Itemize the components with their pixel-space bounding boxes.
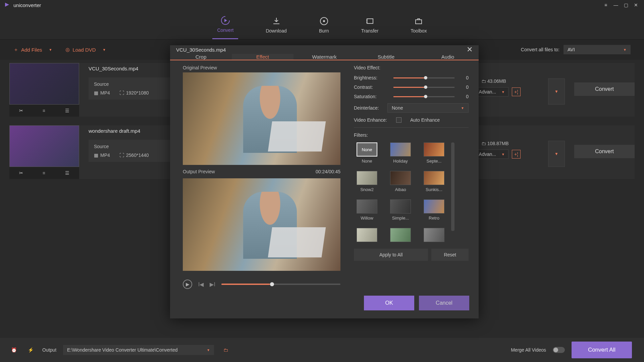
maximize-icon[interactable]: ▢	[622, 1, 630, 9]
hamburger-icon[interactable]: ≡	[602, 1, 610, 9]
filter-aibao[interactable]: Aibao	[387, 171, 414, 192]
crop-icon[interactable]: ⌗	[43, 170, 45, 176]
filter-swatch	[424, 199, 444, 214]
close-window-icon[interactable]: ✕	[632, 1, 640, 9]
row-format-dropdown[interactable]: ▼	[548, 141, 565, 167]
ok-button[interactable]: OK	[364, 296, 414, 310]
next-frame-button[interactable]: ▶I	[210, 281, 215, 288]
plus-icon: ＋	[13, 47, 18, 53]
codec: MP4	[100, 90, 110, 96]
title-bar: uniconverter ≡ — ▢ ✕	[0, 0, 644, 10]
add-subtitle-button[interactable]: +¦	[512, 150, 521, 159]
filter-none[interactable]: NoneNone	[354, 142, 380, 164]
brightness-label: Brightness:	[354, 75, 387, 80]
tab-label: Effect	[256, 54, 269, 60]
filter-item[interactable]	[421, 228, 447, 244]
playback-controls: ▶ I◀ ▶I	[183, 275, 340, 289]
format-value: AVI	[568, 47, 575, 52]
convert-button[interactable]: Convert	[574, 82, 635, 96]
output-label: Output	[42, 347, 56, 353]
prev-frame-button[interactable]: I◀	[198, 281, 204, 288]
deinterlace-dropdown[interactable]: None ▼	[387, 103, 469, 113]
nav-convert[interactable]: Convert	[212, 10, 238, 39]
tab-crop[interactable]: Crop	[170, 54, 232, 60]
filter-name: Aibao	[387, 187, 414, 192]
nav-transfer[interactable]: Transfer	[357, 10, 383, 39]
filter-willow[interactable]: Willow	[354, 199, 380, 221]
schedule-icon[interactable]: ⏰	[9, 345, 19, 355]
load-dvd-button[interactable]: ◎ Load DVD ▼	[65, 47, 106, 53]
video-thumbnail[interactable]	[9, 125, 79, 167]
row-format-dropdown[interactable]: ▼	[548, 78, 565, 105]
chevron-down-icon: ▼	[554, 89, 558, 94]
output-path-dropdown[interactable]: E:\Wondershare Video Converter Ultimate\…	[63, 345, 214, 355]
add-files-button[interactable]: ＋ Add Files ▼	[13, 47, 52, 53]
close-icon[interactable]: ✕	[467, 45, 473, 54]
nav-burn[interactable]: Burn	[314, 10, 334, 39]
settings-icon[interactable]: ☰	[65, 170, 69, 176]
tab-effect[interactable]: Effect	[232, 54, 293, 60]
filter-item[interactable]	[387, 228, 414, 244]
settings-icon[interactable]: ☰	[65, 108, 69, 113]
crop-icon[interactable]: ⌗	[43, 108, 45, 114]
dialog-titlebar: VCU_30Seconds.mp4 ✕	[170, 45, 479, 54]
toolbox-icon	[414, 16, 424, 26]
svg-rect-5	[367, 19, 373, 23]
reset-label: Reset	[444, 252, 456, 257]
auto-enhance-checkbox[interactable]	[396, 117, 401, 123]
filter-holiday[interactable]: Holiday	[387, 142, 414, 164]
cancel-button[interactable]: Cancel	[419, 296, 469, 310]
brightness-value: 0	[461, 75, 469, 80]
tab-audio[interactable]: Audio	[417, 54, 479, 60]
add-subtitle-button[interactable]: +¦	[512, 87, 521, 96]
saturation-slider[interactable]	[393, 96, 454, 97]
deinterlace-value: None	[392, 105, 403, 111]
filter-swatch	[357, 171, 377, 185]
convert-all-button[interactable]: Convert All	[572, 342, 632, 358]
gpu-accel-icon[interactable]: ⚡	[25, 345, 36, 355]
saturation-value: 0	[461, 94, 469, 99]
cut-icon[interactable]: ✂	[19, 170, 23, 176]
dialog-footer: OK Cancel	[170, 289, 479, 318]
filter-sunkissed[interactable]: Sunkis...	[421, 171, 447, 192]
tab-watermark[interactable]: Watermark	[293, 54, 355, 60]
minimize-icon[interactable]: —	[612, 1, 620, 9]
contrast-slider[interactable]	[393, 87, 454, 88]
video-thumbnail[interactable]	[9, 63, 79, 105]
nav-download[interactable]: Download	[261, 10, 291, 39]
convert-label: Convert	[595, 148, 614, 155]
apply-to-all-button[interactable]: Apply to All	[354, 249, 428, 261]
cut-icon[interactable]: ✂	[19, 108, 23, 113]
svg-marker-0	[5, 3, 9, 7]
nav-toolbox[interactable]: Toolbox	[406, 10, 431, 39]
merge-toggle[interactable]	[553, 347, 565, 353]
apply-label: Apply to All	[379, 252, 402, 257]
filter-swatch	[390, 142, 411, 157]
output-preview-label: Output Preview	[183, 169, 215, 174]
filter-scrollbar[interactable]	[451, 142, 454, 231]
convert-all-label: Convert All	[588, 347, 615, 353]
tab-subtitle[interactable]: Subtitle	[355, 54, 417, 60]
play-button[interactable]: ▶	[183, 280, 192, 289]
filter-september[interactable]: Septe...	[421, 142, 447, 164]
convert-label: Convert	[595, 86, 614, 92]
transfer-icon	[365, 16, 375, 26]
seek-slider[interactable]	[221, 284, 340, 285]
filter-name: Septe...	[421, 159, 447, 164]
chevron-down-icon: ▼	[501, 90, 505, 94]
filter-retro[interactable]: Retro	[421, 199, 447, 221]
filter-item[interactable]	[354, 228, 380, 244]
output-format-dropdown[interactable]: AVI ▼	[564, 45, 631, 54]
filter-simple[interactable]: Simple...	[387, 199, 414, 221]
folder-icon: 🗀	[481, 141, 486, 146]
filter-snow2[interactable]: Snow2	[354, 171, 380, 192]
effects-panel: Video Effect: Brightness: 0 Contrast: 0 …	[354, 65, 473, 289]
open-folder-icon[interactable]: 🗀	[221, 345, 231, 355]
brightness-slider[interactable]	[393, 77, 454, 78]
filter-grid: NoneNone Holiday Septe... Snow2 Aibao Su…	[354, 142, 447, 244]
resolution-icon: ⛶	[119, 90, 124, 96]
video-effect-label: Video Effect:	[354, 65, 469, 70]
file-icon: ▦	[94, 153, 98, 158]
reset-button[interactable]: Reset	[431, 249, 469, 261]
convert-button[interactable]: Convert	[574, 145, 635, 158]
